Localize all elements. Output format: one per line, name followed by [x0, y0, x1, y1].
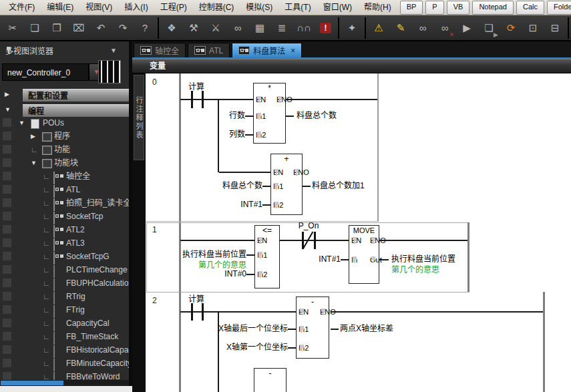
build-hammer-icon[interactable]: ⚒ — [185, 19, 202, 37]
ladder-canvas[interactable]: 0 1 2 计算 * EN ENO In1 In2 行数 列数 料盘总个数 + … — [146, 73, 571, 392]
menu-item[interactable]: 视图(V) — [79, 0, 118, 15]
tree-item-FBUPHCalculation[interactable]: ∟FBUPHCalculation — [0, 276, 129, 290]
quick-button-calc[interactable]: Calc — [516, 1, 544, 15]
sidebar-scrollbar-thumb[interactable] — [1, 381, 63, 385]
menu-item[interactable]: 文件(F) — [3, 0, 41, 15]
menu-item[interactable]: 插入(I) — [118, 0, 154, 15]
watch-table-icon[interactable]: ▦ — [251, 19, 268, 37]
operand-int0[interactable]: INT#0 — [224, 269, 246, 279]
rung0-number[interactable]: 0 — [152, 77, 157, 87]
offline-pencil-icon[interactable]: ✎ — [392, 19, 409, 37]
copy-run-icon[interactable]: ❏▶ — [480, 19, 498, 37]
copy-icon[interactable]: ❏ — [26, 19, 43, 37]
operand-int1[interactable]: INT#1 — [319, 254, 341, 264]
section-configuration[interactable]: 配置和设置 — [23, 89, 129, 102]
controller-select[interactable]: new_Controller_0 — [2, 63, 89, 81]
tree-item-功能块[interactable]: ▼功能块 — [0, 156, 129, 170]
tree-item-轴控全[interactable]: ∟轴控全 — [0, 170, 129, 183]
tree-item-功能[interactable]: ∟功能 — [0, 143, 129, 156]
fb-less-equal[interactable]: <= EN In1 In2 — [254, 225, 280, 288]
sidebar-scrollbar[interactable] — [0, 380, 129, 386]
contact-calc[interactable]: 计算 — [182, 80, 211, 91]
redo-icon[interactable]: ↷ — [114, 19, 132, 37]
fb-add[interactable]: + EN ENO In1 In2 — [270, 154, 303, 215]
delete-icon[interactable]: ⌧ — [70, 19, 87, 37]
tree-item-FB_TimeStack[interactable]: ∟FB_TimeStack — [0, 330, 129, 343]
section-expanded-icon[interactable]: ▼ — [5, 106, 11, 113]
operand-x-diff[interactable]: 两点X轴坐标差 — [340, 324, 393, 334]
undo-icon[interactable]: ↶ — [92, 19, 110, 37]
monitor-off-icon[interactable]: ∞✕ — [436, 19, 453, 37]
operand-current-pos-out[interactable]: 执行料盘当前位置 — [391, 254, 455, 264]
tree-item-PLCTimeChange[interactable]: ∟PLCTimeChange — [0, 263, 129, 276]
operand-rows[interactable]: 行数 — [229, 111, 245, 121]
online-warning-icon[interactable]: ⚠ — [370, 19, 387, 37]
controller-monitor-icon[interactable]: ⊡ — [524, 19, 542, 37]
tree-item-ATL3[interactable]: ∟ATL3 — [0, 236, 129, 250]
search-binoculars-icon[interactable]: ∩∩ — [295, 19, 313, 37]
monitor-glasses-icon[interactable]: ∞ — [414, 19, 431, 37]
tree-item-RTrig[interactable]: ∟RTrig — [0, 290, 129, 303]
menu-item[interactable]: 帮助(H) — [358, 0, 397, 15]
menu-item[interactable]: 工具(T) — [278, 0, 317, 15]
fb-subtract[interactable]: - EN ENO In1 In2 — [296, 297, 329, 359]
tree-item-FBMinuteCapacity[interactable]: ∟FBMinuteCapacity — [0, 357, 129, 370]
tree-item-SocketTcp[interactable]: ∟SocketTcp — [0, 210, 129, 223]
menu-item[interactable]: 编辑(E) — [41, 0, 79, 15]
run-play-icon[interactable]: ▶ — [458, 19, 475, 37]
io-map-icon[interactable]: ≣ — [273, 19, 291, 37]
operand-cols[interactable]: 列数 — [229, 130, 245, 140]
quick-button-bp[interactable]: BP — [400, 1, 423, 15]
expander-open-icon[interactable]: ▼ — [19, 120, 25, 126]
tree-item-CapacityCal[interactable]: ∟CapacityCal — [0, 317, 129, 330]
tree-item-FBHistoricalCapac[interactable]: ∟FBHistoricalCapac — [0, 343, 129, 357]
controller-monitor2-icon[interactable]: ⊟ — [546, 19, 564, 37]
simulation-run-icon[interactable]: ✦ — [343, 19, 361, 37]
tree-item-SocketTcpG[interactable]: ∟SocketTcpG — [0, 250, 129, 263]
menu-item[interactable]: 窗口(W) — [317, 0, 358, 15]
expander-open-icon[interactable]: ▼ — [31, 160, 37, 166]
quick-button-notepad[interactable]: Notepad — [472, 1, 514, 15]
fb-move[interactable]: MOVE EN ENO In Out — [349, 225, 379, 284]
tree-item-ATL[interactable]: ∟ATL — [0, 183, 129, 196]
project-window-icon[interactable]: ❖ — [163, 19, 180, 37]
operand-x-first[interactable]: X轴第一个位坐标 — [226, 343, 288, 353]
rebuild-icon[interactable]: ⚔ — [207, 19, 224, 37]
operand-x-last[interactable]: X轴最后一个位坐标 — [218, 324, 288, 334]
operand-total-in[interactable]: 料盘总个数 — [222, 181, 262, 191]
section-programming[interactable]: 编程 — [23, 104, 129, 118]
variables-bar[interactable]: 变量 — [132, 59, 571, 73]
panel-dropdown-icon[interactable]: ▼ — [110, 47, 117, 54]
menu-item[interactable]: 工程(P) — [154, 0, 193, 15]
tree-item-拍照_扫码_读卡全[interactable]: ∟拍照_扫码_读卡全 — [0, 196, 129, 210]
editor-tab-轴控全[interactable]: 轴控全 — [134, 43, 186, 57]
tree-item-程序[interactable]: ▶程序 — [0, 130, 129, 143]
sync-icon[interactable]: ⟳ — [502, 19, 520, 37]
cut-icon[interactable]: ✂ — [4, 19, 21, 37]
tree-item-FTrig[interactable]: ∟FTrig — [0, 303, 129, 317]
rung2-number[interactable]: 2 — [152, 296, 157, 305]
fb-subtract-partial[interactable]: - — [254, 368, 287, 392]
editor-tab-料盘算法[interactable]: 料盘算法× — [232, 43, 302, 57]
rung1-number[interactable]: 1 — [152, 225, 157, 234]
error-list-icon[interactable]: ! — [320, 23, 331, 33]
menu-item[interactable]: 控制器(C) — [193, 0, 240, 15]
operand-total-plus1[interactable]: 料盘总个数加1 — [312, 181, 365, 191]
tree-item-POUs[interactable]: ▼POUs — [0, 116, 129, 130]
help-icon[interactable]: ? — [136, 19, 154, 37]
tree-item-ATL2[interactable]: ∟ATL2 — [0, 223, 129, 236]
operand-int1[interactable]: INT#1 — [240, 200, 262, 210]
contact-p-on[interactable]: P_On — [294, 221, 323, 230]
operand-total[interactable]: 料盘总个数 — [297, 111, 337, 121]
check-program-icon[interactable]: ∞ — [229, 19, 246, 37]
close-tab-icon[interactable]: × — [291, 46, 295, 55]
paste-icon[interactable]: ❐ — [48, 19, 65, 37]
menu-item[interactable]: 模拟(S) — [240, 0, 278, 15]
tree-item-FBByteToWord[interactable]: ∟FBByteToWord — [0, 370, 129, 381]
pin-icon[interactable] — [5, 46, 12, 54]
fb-multiply[interactable]: * EN ENO In1 In2 — [253, 83, 286, 144]
operand-current-pos[interactable]: 执行料盘当前位置 — [182, 250, 246, 260]
editor-tab-ATL[interactable]: ATL — [188, 43, 230, 57]
expander-closed-icon[interactable]: ▶ — [31, 133, 35, 140]
contact-calc[interactable]: 计算 — [182, 292, 211, 304]
